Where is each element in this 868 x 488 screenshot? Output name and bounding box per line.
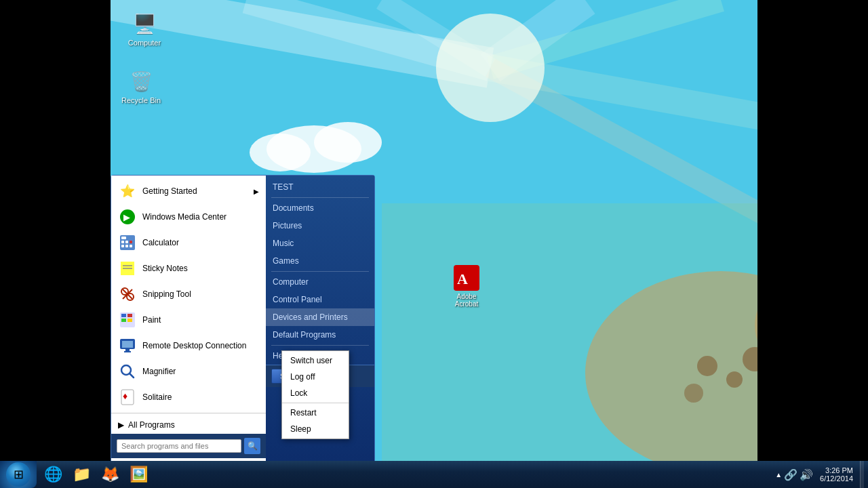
svg-rect-44 (122, 341, 133, 348)
start-item-calculator[interactable]: Calculator (111, 230, 266, 256)
start-right-music[interactable]: Music (266, 235, 374, 252)
getting-started-icon: ⭐ (118, 182, 137, 201)
recycle-bin-icon-label: Recycle Bin (121, 96, 161, 104)
all-programs-arrow: ▶ (118, 420, 124, 430)
start-menu-left: ⭐ Getting Started ▶ ▶ Windows Media Cent… (111, 176, 266, 461)
start-right-games[interactable]: Games (266, 252, 374, 270)
start-right-documents[interactable]: Documents (266, 199, 374, 217)
start-item-media-center[interactable]: ▶ Windows Media Center (111, 204, 266, 230)
popup-restart[interactable]: Restart (282, 405, 349, 421)
popup-lock[interactable]: Lock (282, 385, 349, 401)
tray-volume-icon[interactable]: 🔊 (800, 468, 813, 481)
svg-rect-42 (127, 319, 132, 322)
start-orb: ⊞ (6, 462, 31, 487)
svg-rect-40 (127, 314, 132, 317)
sys-tray: ▲ 🔗 🔊 (775, 468, 813, 481)
media-center-icon: ▶ (118, 207, 137, 226)
svg-rect-28 (121, 245, 124, 247)
svg-line-48 (130, 373, 134, 378)
clock-date: 6/12/2014 (820, 474, 853, 483)
recycle-bin-icon-img: 🗑️ (127, 68, 155, 95)
computer-icon-img: 🖥️ (131, 10, 158, 37)
sticky-notes-icon (118, 259, 137, 278)
all-programs-item[interactable]: ▶ All Programs (111, 416, 266, 434)
right-separator-2 (271, 271, 369, 272)
tray-network-icon: 🔗 (784, 468, 797, 481)
taskbar-explorer[interactable]: 📁 (68, 461, 95, 488)
computer-icon[interactable]: 🖥️ Computer (121, 10, 168, 47)
computer-icon-label: Computer (128, 39, 161, 47)
svg-text:A: A (457, 270, 468, 287)
start-item-snipping-tool[interactable]: Snipping Tool (111, 281, 266, 307)
clock-time: 3:26 PM (820, 466, 853, 474)
paint-icon (118, 310, 137, 329)
snipping-icon (118, 285, 137, 304)
svg-rect-46 (124, 351, 131, 352)
taskbar-pinned-icons: 🌐 📁 🦊 🖼️ (37, 461, 152, 488)
popup-log-off[interactable]: Log off (282, 369, 349, 385)
start-button[interactable]: ⊞ (0, 461, 37, 488)
magnifier-icon (118, 362, 137, 381)
svg-point-10 (314, 122, 382, 163)
taskbar: ⊞ 🌐 📁 🦊 🖼️ ▲ 🔗 🔊 3:26 PM 6/12/2014 (0, 461, 868, 488)
taskbar-photo[interactable]: 🖼️ (125, 461, 152, 488)
start-right-control-panel[interactable]: Control Panel (266, 291, 374, 308)
calculator-icon (118, 233, 137, 252)
start-item-getting-started[interactable]: ⭐ Getting Started ▶ (111, 178, 266, 204)
svg-rect-30 (130, 245, 132, 247)
start-right-default-programs[interactable]: Default Programs (266, 326, 374, 344)
clock[interactable]: 3:26 PM 6/12/2014 (816, 465, 857, 484)
left-bar (0, 0, 111, 488)
start-right-devices-printers[interactable]: Devices and Printers (266, 308, 374, 326)
svg-text:♦: ♦ (123, 390, 127, 401)
search-button[interactable]: 🔍 (244, 438, 260, 454)
arrow-icon: ▶ (254, 188, 259, 195)
right-separator-3 (271, 345, 369, 346)
start-item-sticky-notes[interactable]: Sticky Notes (111, 256, 266, 281)
svg-point-15 (697, 356, 717, 376)
start-item-remote-desktop[interactable]: Remote Desktop Connection (111, 333, 266, 359)
start-right-pictures[interactable]: Pictures (266, 217, 374, 235)
taskbar-ie[interactable]: 🌐 (39, 461, 66, 488)
svg-point-16 (726, 371, 743, 388)
recycle-bin-icon[interactable]: 🗑️ Recycle Bin (117, 68, 165, 104)
popup-sleep[interactable]: Sleep (282, 421, 349, 437)
start-right-computer[interactable]: Computer (266, 273, 374, 291)
remote-desktop-icon (118, 336, 137, 355)
svg-rect-25 (121, 241, 124, 243)
popup-switch-user[interactable]: Switch user (282, 352, 349, 369)
svg-rect-27 (130, 241, 132, 243)
start-item-solitaire[interactable]: ♦ Solitaire (111, 384, 266, 410)
adobe-acrobat-label: AdobeAcrobat (455, 293, 478, 308)
svg-rect-45 (125, 349, 130, 351)
start-right-test[interactable]: TEST (266, 178, 374, 196)
start-search-bar: 🔍 (111, 434, 266, 458)
right-bar (757, 0, 868, 488)
popup-separator (282, 403, 349, 403)
solitaire-icon: ♦ (118, 388, 137, 407)
svg-rect-41 (121, 319, 126, 322)
tray-arrow[interactable]: ▲ (775, 471, 782, 479)
svg-rect-24 (121, 237, 126, 239)
svg-point-18 (684, 384, 703, 403)
taskbar-right: ▲ 🔗 🔊 3:26 PM 6/12/2014 (775, 461, 868, 488)
right-separator-1 (271, 197, 369, 198)
show-desktop-button[interactable] (860, 461, 864, 488)
svg-text:▶: ▶ (123, 212, 130, 222)
start-separator (111, 413, 266, 413)
taskbar-firefox[interactable]: 🦊 (96, 461, 123, 488)
adobe-acrobat-icon[interactable]: A AdobeAcrobat (443, 264, 490, 308)
start-item-magnifier[interactable]: Magnifier (111, 359, 266, 384)
svg-point-8 (436, 14, 545, 122)
shutdown-popup: Switch user Log off Lock Restart Sleep (281, 350, 349, 439)
svg-point-11 (250, 134, 311, 171)
start-item-paint[interactable]: Paint (111, 307, 266, 333)
search-input[interactable] (117, 439, 241, 453)
adobe-acrobat-icon-img: A (453, 264, 480, 291)
svg-rect-26 (125, 241, 128, 243)
svg-rect-39 (121, 314, 126, 317)
svg-rect-29 (125, 245, 128, 247)
